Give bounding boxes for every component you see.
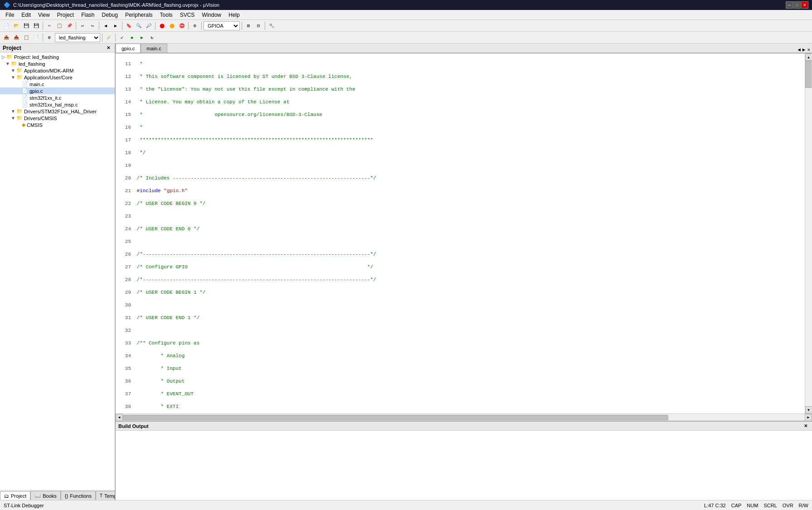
tree-led-flashing[interactable]: ▼ 📁 led_flashing xyxy=(0,60,115,67)
open-file-button[interactable]: 📂 xyxy=(12,21,21,30)
menu-debug[interactable]: Debug xyxy=(98,11,122,19)
tb2-btn4[interactable]: 📄 xyxy=(32,33,41,42)
target-options-button[interactable]: ⚙ xyxy=(190,21,199,30)
tb2-btn3[interactable]: 📋 xyxy=(22,33,31,42)
tab-templates[interactable]: T Templates xyxy=(96,491,116,500)
code-line-14: 14 * License. You may obtain a copy of t… xyxy=(117,99,803,105)
tb2-btn1[interactable]: 📤 xyxy=(2,33,11,42)
menu-svcs[interactable]: SVCS xyxy=(176,11,199,19)
paste-button[interactable]: 📌 xyxy=(65,21,74,30)
code-line-21: 21 #include "gpio.h" xyxy=(117,188,803,194)
title-bar-text: C:\Users\gong\Desktop\rt_thread_nano\led… xyxy=(13,2,219,8)
minimize-button[interactable]: ─ xyxy=(786,1,793,9)
undo-button[interactable]: ↩ xyxy=(78,21,87,30)
vertical-scrollbar[interactable]: ▲ ▼ xyxy=(805,53,812,413)
build-output-content[interactable] xyxy=(116,431,812,500)
nav-back-button[interactable]: ◀ xyxy=(101,21,110,30)
tab-functions[interactable]: {} Functions xyxy=(61,491,96,500)
code-line-36: 36 * Output xyxy=(117,378,803,384)
tree-app-mdk[interactable]: ▼ 📁 Application/MDK-ARM xyxy=(0,67,115,74)
tab-scroll-left[interactable]: ◀ xyxy=(797,47,801,53)
h-scroll-track[interactable] xyxy=(123,414,805,421)
tb2-run-btn[interactable]: ▶ xyxy=(137,33,146,42)
find-button[interactable]: 🔎 xyxy=(144,21,153,30)
settings-btn[interactable]: 🔧 xyxy=(267,21,276,30)
expand-icon: ▷ xyxy=(2,54,5,59)
tb2-btn2[interactable]: 📥 xyxy=(12,33,21,42)
code-content[interactable]: 11 * 12 * This software component is lic… xyxy=(116,53,805,413)
tree-cmsis-folder[interactable]: ▼ 📁 Drivers/CMSIS xyxy=(0,115,115,121)
menu-file[interactable]: File xyxy=(2,11,18,19)
tb2-magic-wand[interactable]: 🪄 xyxy=(104,33,113,42)
search-button[interactable]: 🔍 xyxy=(134,21,143,30)
menu-edit[interactable]: Edit xyxy=(18,11,34,19)
folder-icon4: 📁 xyxy=(16,74,23,80)
code-line-30: 30 xyxy=(117,302,803,308)
save-button[interactable]: 💾 xyxy=(22,21,31,30)
stop-button[interactable]: ⛔ xyxy=(177,21,186,30)
rebuild-button[interactable]: ⬤ xyxy=(167,21,176,30)
scroll-up-arrow[interactable]: ▲ xyxy=(805,53,812,61)
title-bar-controls[interactable]: ─ □ ✕ xyxy=(786,1,808,9)
tree-item-label8: stm32f1xx_hal_msp.c xyxy=(29,102,78,107)
tree-it-c[interactable]: 📄 stm32f1xx_it.c xyxy=(0,94,115,101)
redo-button[interactable]: ↪ xyxy=(88,21,97,30)
target-combo[interactable]: GPIOA xyxy=(204,21,240,30)
functions-tab-label: Functions xyxy=(70,493,92,499)
tb2-refresh-btn[interactable]: ↻ xyxy=(147,33,156,42)
scroll-track[interactable] xyxy=(805,61,812,406)
tab-scroll-right[interactable]: ▶ xyxy=(802,47,806,53)
tb2-btn5[interactable]: ⚙ xyxy=(45,33,54,42)
tree-app-user[interactable]: ▼ 📁 Application/User/Core xyxy=(0,74,115,81)
new-file-button[interactable]: 📄 xyxy=(2,21,11,30)
menu-view[interactable]: View xyxy=(34,11,53,19)
bookmark-button[interactable]: 🔖 xyxy=(124,21,133,30)
ovr-indicator: OVR xyxy=(783,503,793,508)
view-btn2[interactable]: ⊟ xyxy=(254,21,263,30)
build-output-area: Build Output ✕ xyxy=(116,421,812,500)
code-line-13: 13 * the "License": You may not use this… xyxy=(117,86,803,92)
menu-peripherals[interactable]: Peripherals xyxy=(122,11,156,19)
tree-hal-driver[interactable]: ▼ 📁 Drivers/STM32F1xx_HAL_Driver xyxy=(0,108,115,115)
tree-item-label10: Drivers/CMSIS xyxy=(24,116,57,121)
h-scroll-thumb[interactable] xyxy=(123,415,668,420)
status-left: ST-Link Debugger xyxy=(4,503,44,508)
build-output-close[interactable]: ✕ xyxy=(802,423,809,428)
tab-close-button[interactable]: ✕ xyxy=(807,47,810,53)
cut-button[interactable]: ✂ xyxy=(45,21,54,30)
copy-button[interactable]: 📋 xyxy=(55,21,64,30)
menu-tools[interactable]: Tools xyxy=(156,11,176,19)
build-button[interactable]: ⬤ xyxy=(157,21,166,30)
save-all-button[interactable]: 💾 xyxy=(32,21,41,30)
expand-icon6: ▼ xyxy=(11,116,15,121)
view-btn1[interactable]: ⊞ xyxy=(244,21,253,30)
horizontal-scrollbar-area[interactable]: ◀ ▶ xyxy=(116,413,812,421)
code-line-34: 34 * Analog xyxy=(117,353,803,359)
maximize-button[interactable]: □ xyxy=(793,1,801,9)
tree-mainc[interactable]: 📄 main.c xyxy=(0,81,115,87)
tab-mainc[interactable]: main.c xyxy=(141,44,167,53)
tb2-check-btn[interactable]: ✔ xyxy=(117,33,126,42)
tab-project[interactable]: 🗂 Project xyxy=(0,491,30,500)
menu-project[interactable]: Project xyxy=(53,11,78,19)
code-editor: 11 * 12 * This software component is lic… xyxy=(116,53,812,413)
tree-cmsis[interactable]: ◆ CMSIS xyxy=(0,121,115,128)
tab-books[interactable]: 📖 Books xyxy=(30,491,61,500)
tree-msp-c[interactable]: 📄 stm32f1xx_hal_msp.c xyxy=(0,101,115,108)
tab-gpioc[interactable]: gpio.c xyxy=(116,44,141,53)
menu-window[interactable]: Window xyxy=(198,11,225,19)
editor-area: gpio.c main.c ◀ ▶ ✕ 11 * 12 * This softw… xyxy=(116,44,812,500)
close-button[interactable]: ✕ xyxy=(801,1,808,9)
menu-flash[interactable]: Flash xyxy=(78,11,98,19)
scroll-right-arrow[interactable]: ▶ xyxy=(805,414,812,421)
menu-help[interactable]: Help xyxy=(225,11,243,19)
tb2-diamond-btn[interactable]: ◆ xyxy=(127,33,136,42)
scroll-left-arrow[interactable]: ◀ xyxy=(116,414,123,421)
tree-project-root[interactable]: ▷ 📁 Project: led_flashing xyxy=(0,53,115,60)
project-close-button[interactable]: ✕ xyxy=(105,45,112,50)
project-combo[interactable]: led_flashing xyxy=(55,33,100,42)
nav-fwd-button[interactable]: ▶ xyxy=(111,21,120,30)
scroll-thumb[interactable] xyxy=(805,61,812,88)
tree-gpioc[interactable]: 📄 gpio.c xyxy=(0,87,115,94)
scroll-down-arrow[interactable]: ▼ xyxy=(805,406,812,413)
